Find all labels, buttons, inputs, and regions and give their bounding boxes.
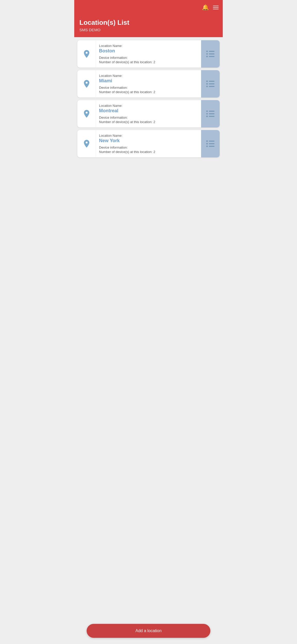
card-content: Location Name: Boston Device information… [96,40,201,68]
add-location-button[interactable]: Add a location [87,624,210,638]
hamburger-line-2 [213,7,219,8]
hamburger-line-3 [213,9,219,9]
hamburger-line-1 [213,6,219,6]
bell-icon[interactable]: 🔔 [202,4,209,11]
card-icon-section [77,130,96,157]
menu-icon[interactable] [213,6,219,9]
card-action-button[interactable] [201,40,220,68]
location-card[interactable]: Location Name: New York Device informati… [77,130,220,157]
list-detail-icon [206,51,214,57]
pin-icon [82,79,91,88]
device-info-label: Device information: [99,86,198,90]
card-action-button[interactable] [201,130,220,157]
pin-icon [82,139,91,148]
pin-icon [82,109,91,118]
device-info-label: Device information: [99,56,198,60]
list-detail-icon [206,110,214,117]
page-subtitle: SMS DEMO [79,28,218,32]
app-header: 🔔 Location(s) List SMS DEMO [74,0,223,37]
city-name: Boston [99,48,198,54]
location-list: Location Name: Boston Device information… [74,37,223,644]
pin-icon [82,49,91,59]
device-info-label: Device information: [99,116,198,119]
device-count: Number of device(s) at this location: 2 [99,150,198,154]
location-label: Location Name: [99,104,198,108]
city-name: Miami [99,78,198,84]
device-count: Number of device(s) at this location: 2 [99,120,198,124]
city-name: Montreal [99,108,198,114]
card-icon-section [77,40,96,68]
device-info-label: Device information: [99,146,198,149]
device-count: Number of device(s) at this location: 2 [99,60,198,64]
location-label: Location Name: [99,134,198,138]
location-card[interactable]: Location Name: Montreal Device informati… [77,100,220,127]
location-card[interactable]: Location Name: Miami Device information:… [77,70,220,98]
card-content: Location Name: Miami Device information:… [96,70,201,98]
header-icons: 🔔 [202,4,219,11]
location-card[interactable]: Location Name: Boston Device information… [77,40,220,68]
card-action-button[interactable] [201,100,220,127]
list-detail-icon [206,81,214,87]
location-label: Location Name: [99,44,198,48]
card-icon-section [77,100,96,127]
list-detail-icon [206,140,214,147]
card-content: Location Name: New York Device informati… [96,130,201,157]
card-action-button[interactable] [201,70,220,98]
location-label: Location Name: [99,74,198,78]
page-title: Location(s) List [79,19,218,27]
device-count: Number of device(s) at this location: 2 [99,90,198,94]
card-content: Location Name: Montreal Device informati… [96,100,201,127]
card-icon-section [77,70,96,98]
city-name: New York [99,138,198,143]
